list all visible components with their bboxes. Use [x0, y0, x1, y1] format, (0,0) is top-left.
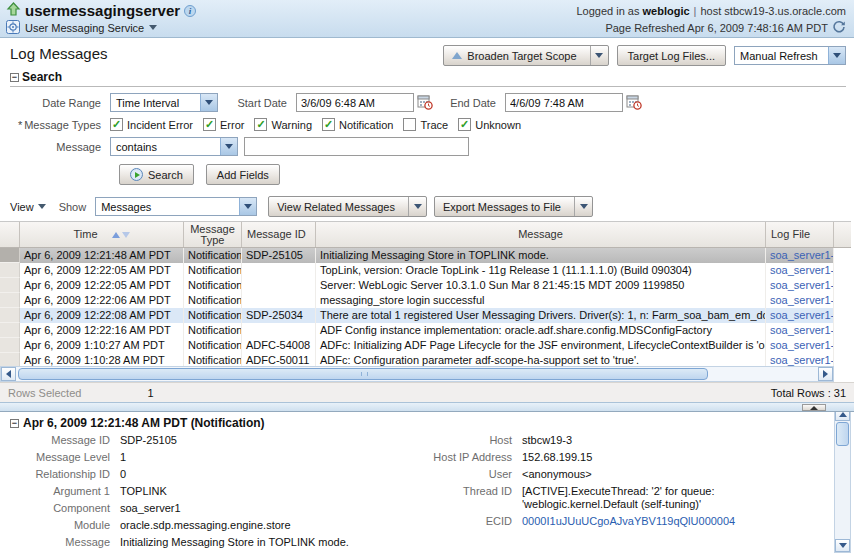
end-date-input[interactable]: [505, 93, 623, 112]
cell-message-type: Notification: [184, 338, 242, 353]
scroll-down-button[interactable]: [835, 539, 850, 552]
end-date-label: End Date: [433, 97, 505, 109]
log-file-link[interactable]: soa_server1-di: [766, 353, 834, 366]
checkbox-checked-icon[interactable]: ✓: [203, 118, 216, 131]
ecid-link[interactable]: 0000I1uJUuUCgoAJvaYBV119qQlU000004: [522, 515, 735, 528]
date-picker-icon[interactable]: [626, 94, 642, 112]
collapse-detail-icon[interactable]: −: [10, 419, 19, 428]
column-header-log-file[interactable]: Log File: [766, 222, 834, 247]
collapse-detail-pane-button[interactable]: [802, 404, 826, 411]
detail-header: Apr 6, 2009 12:21:48 AM PDT (Notificatio…: [23, 416, 265, 430]
checkbox-checked-icon[interactable]: ✓: [322, 118, 335, 131]
horizontal-scroll-thumb[interactable]: [18, 368, 708, 380]
search-button[interactable]: Search: [119, 164, 194, 185]
table-row[interactable]: Apr 6, 2009 12:22:06 AM PDTNotificationm…: [0, 293, 834, 308]
date-picker-icon[interactable]: [417, 94, 433, 112]
log-file-link[interactable]: soa_server1-di: [766, 293, 834, 308]
row-header-cell[interactable]: [0, 248, 20, 263]
target-menu[interactable]: User Messaging Service: [6, 20, 157, 36]
column-header-time[interactable]: Time: [20, 222, 184, 247]
table-row[interactable]: Apr 6, 2009 12:22:16 AM PDTNotificationA…: [0, 323, 834, 338]
row-header-cell[interactable]: [0, 293, 20, 308]
cell-message-type: Notification: [184, 248, 242, 263]
target-log-files-button[interactable]: Target Log Files...: [617, 45, 726, 66]
detail-field: Message Level1: [10, 451, 422, 464]
refresh-mode-select[interactable]: Manual Refresh: [734, 46, 846, 65]
table-row[interactable]: Apr 6, 2009 1:10:27 AM PDTNotificationAD…: [0, 338, 834, 353]
message-operator-select[interactable]: contains: [110, 137, 238, 156]
message-type-checkbox-unknown[interactable]: ✓Unknown: [458, 118, 521, 131]
navigate-up-arrow-icon[interactable]: [6, 2, 21, 19]
table-row[interactable]: Apr 6, 2009 12:21:48 AM PDTNotificationS…: [0, 248, 834, 263]
row-header-cell[interactable]: [0, 353, 20, 366]
cell-message: TopLink, version: Oracle TopLink - 11g R…: [316, 263, 766, 278]
detail-field: Hoststbcw19-3: [422, 434, 844, 447]
table-row[interactable]: Apr 6, 2009 12:22:05 AM PDTNotificationS…: [0, 278, 834, 293]
row-header-cell[interactable]: [0, 308, 20, 323]
select-arrow-icon: [200, 94, 217, 111]
login-info: Logged in as weblogic|host stbcw19-3.us.…: [576, 5, 846, 17]
scroll-left-button[interactable]: [1, 367, 16, 381]
checkbox-checked-icon[interactable]: ✓: [458, 118, 471, 131]
cell-message-id: ADFC-50011: [242, 353, 316, 366]
row-header-cell[interactable]: [0, 338, 20, 353]
horizontal-scrollbar[interactable]: [0, 366, 834, 382]
view-menu[interactable]: View: [10, 201, 46, 213]
log-file-link[interactable]: soa_server1-di: [766, 338, 834, 353]
pane-splitter[interactable]: [0, 402, 854, 412]
collapse-search-icon[interactable]: −: [10, 73, 19, 82]
message-detail-panel: − Apr 6, 2009 12:21:48 AM PDT (Notificat…: [0, 412, 854, 553]
row-header-cell[interactable]: [0, 278, 20, 293]
view-related-messages-button[interactable]: View Related Messages: [268, 196, 427, 217]
table-row[interactable]: Apr 6, 2009 12:22:05 AM PDTNotificationT…: [0, 263, 834, 278]
sort-ascending-icon[interactable]: [112, 232, 120, 238]
message-type-checkbox-warning[interactable]: ✓Warning: [254, 118, 312, 131]
column-header-message[interactable]: Message: [316, 222, 766, 247]
view-related-dropdown-arrow[interactable]: [408, 197, 426, 216]
vertical-scroll-thumb[interactable]: [836, 422, 849, 446]
checkbox-label: Trace: [420, 119, 448, 131]
page-refreshed-text: Page Refreshed Apr 6, 2009 7:48:16 AM PD…: [605, 22, 828, 34]
broaden-dropdown-arrow[interactable]: [590, 46, 608, 65]
log-file-link[interactable]: soa_server1-di: [766, 308, 834, 323]
message-type-checkbox-error[interactable]: ✓Error: [203, 118, 244, 131]
export-messages-button[interactable]: Export Messages to File: [434, 196, 593, 217]
export-dropdown-arrow[interactable]: [574, 197, 592, 216]
detail-field: Moduleoracle.sdp.messaging.engine.store: [10, 519, 422, 532]
date-range-select[interactable]: Time Interval: [110, 93, 218, 112]
detail-field-label: Module: [10, 519, 120, 532]
detail-field: Message IDSDP-25105: [10, 434, 422, 447]
message-type-checkbox-trace[interactable]: Trace: [403, 118, 448, 131]
log-file-link[interactable]: soa_server1-di: [766, 248, 834, 263]
show-select[interactable]: Messages: [95, 197, 257, 216]
broaden-target-scope-button[interactable]: Broaden Target Scope: [443, 45, 608, 66]
start-date-input[interactable]: [296, 93, 414, 112]
select-arrow-icon: [828, 47, 845, 64]
cell-time: Apr 6, 2009 12:22:06 AM PDT: [20, 293, 184, 308]
table-row[interactable]: Apr 6, 2009 12:22:08 AM PDTNotificationS…: [0, 308, 834, 323]
sort-descending-icon[interactable]: [122, 232, 130, 238]
table-row[interactable]: Apr 6, 2009 1:10:28 AM PDTNotificationAD…: [0, 353, 834, 366]
cell-time: Apr 6, 2009 1:10:27 AM PDT: [20, 338, 184, 353]
vertical-scrollbar[interactable]: [834, 407, 851, 553]
checkbox-unchecked-icon[interactable]: [403, 118, 416, 131]
log-file-link[interactable]: soa_server1-di: [766, 263, 834, 278]
column-header-message-id[interactable]: Message ID: [242, 222, 316, 247]
scroll-right-button[interactable]: [818, 367, 833, 381]
row-header-cell[interactable]: [0, 323, 20, 338]
checkbox-checked-icon[interactable]: ✓: [110, 118, 123, 131]
column-header-message-type[interactable]: Message Type: [184, 222, 242, 247]
cell-time: Apr 6, 2009 12:22:08 AM PDT: [20, 308, 184, 323]
checkbox-checked-icon[interactable]: ✓: [254, 118, 267, 131]
log-file-link[interactable]: soa_server1-di: [766, 278, 834, 293]
info-icon[interactable]: i: [184, 5, 196, 17]
add-fields-button[interactable]: Add Fields: [206, 164, 280, 185]
cell-message: There are total 1 registered User Messag…: [316, 308, 766, 323]
message-type-checkbox-notification[interactable]: ✓Notification: [322, 118, 393, 131]
message-filter-input[interactable]: [244, 137, 469, 156]
message-type-checkbox-incident-error[interactable]: ✓Incident Error: [110, 118, 193, 131]
log-file-link[interactable]: soa_server1-di: [766, 323, 834, 338]
refresh-icon[interactable]: [832, 20, 846, 36]
target-name: usermessagingserver: [25, 2, 180, 19]
row-header-cell[interactable]: [0, 263, 20, 278]
